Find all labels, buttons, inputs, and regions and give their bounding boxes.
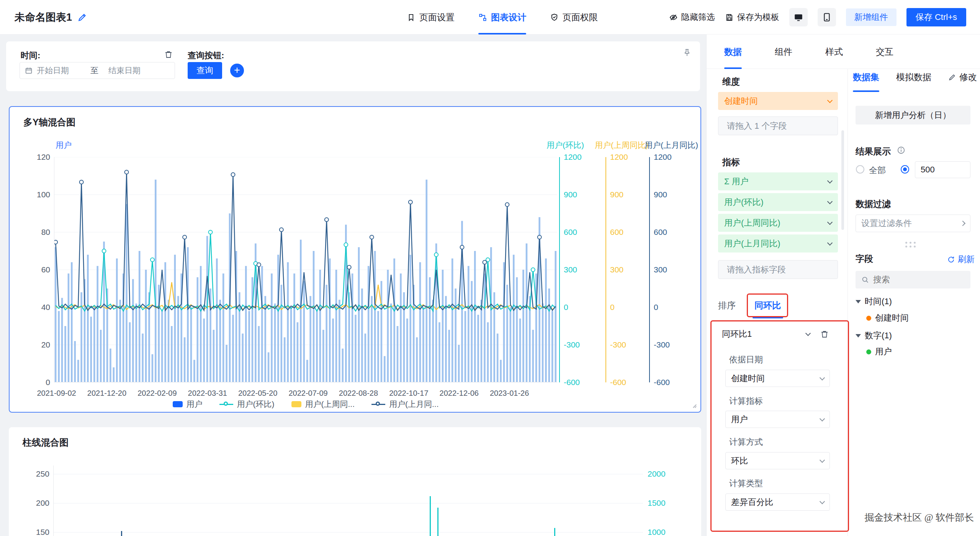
tab-mock-data[interactable]: 模拟数据 bbox=[896, 71, 931, 83]
panel-scrollbar[interactable] bbox=[841, 130, 844, 230]
axis-tick: -600 bbox=[654, 377, 684, 387]
set-filter-condition[interactable]: 设置过滤条件 bbox=[856, 215, 970, 232]
compare-metric-select[interactable]: 用户 bbox=[725, 411, 830, 428]
axis-tick: 300 bbox=[610, 265, 641, 275]
chart-card-bar-line[interactable]: 柱线混合图 250200150200015001000 bbox=[9, 427, 701, 536]
tab-page-permission[interactable]: 页面权限 bbox=[550, 0, 598, 34]
mobile-view-button[interactable] bbox=[818, 8, 836, 26]
field-type-dot bbox=[866, 349, 871, 354]
dimension-pill-create-time[interactable]: 创建时间 bbox=[718, 92, 838, 110]
tab-label: 模拟数据 bbox=[896, 71, 931, 83]
refresh-label: 刷新 bbox=[958, 254, 975, 265]
axis-tick: 80 bbox=[25, 227, 50, 237]
x-axis-label: 2023-01-26 bbox=[490, 389, 529, 398]
legend-item[interactable]: 用户 bbox=[173, 399, 203, 410]
legend-item[interactable]: 用户(上周同... bbox=[291, 399, 355, 410]
subtab-sort[interactable]: 排序 bbox=[718, 300, 736, 311]
pill-label: 用户(上周同比) bbox=[724, 217, 780, 229]
tab-chart-design[interactable]: 图表设计 bbox=[478, 0, 526, 34]
compare-item-header[interactable]: 同环比1 bbox=[722, 326, 810, 343]
chevron-down-icon bbox=[820, 498, 825, 504]
axis-tick: 1200 bbox=[610, 152, 641, 162]
compare-method-select[interactable]: 环比 bbox=[725, 452, 830, 469]
chevron-down-icon bbox=[827, 240, 833, 245]
tab-dataset[interactable]: 数据集 bbox=[853, 71, 879, 83]
axis-tick: 300 bbox=[564, 265, 594, 275]
legend-label: 用户(环比) bbox=[237, 399, 275, 410]
chevron-down-icon bbox=[827, 97, 833, 103]
tab-modify[interactable]: 修改 bbox=[948, 71, 977, 83]
tab-page-settings[interactable]: 页面设置 bbox=[407, 0, 455, 34]
tree-field-users[interactable]: 用户 bbox=[866, 346, 892, 357]
legend-item[interactable]: 用户(环比) bbox=[219, 399, 275, 410]
left-axis-line bbox=[53, 466, 54, 536]
edit-title-icon[interactable] bbox=[77, 12, 87, 22]
metric-pill-users-mom2[interactable]: 用户(上月同比) bbox=[718, 234, 838, 252]
drag-handle-icon[interactable] bbox=[905, 242, 916, 248]
x-axis-label: 2022-02-09 bbox=[137, 389, 177, 398]
tab-component[interactable]: 组件 bbox=[775, 34, 792, 69]
limit-input[interactable] bbox=[915, 161, 970, 178]
right-panel: 数据 组件 样式 交互 维度 创建时间 请拖入 1 个字段 指标 Σ 用户 用户… bbox=[706, 34, 980, 536]
dimension-drop-placeholder[interactable]: 请拖入 1 个字段 bbox=[718, 116, 838, 135]
axis-tick: 600 bbox=[610, 227, 641, 237]
search-input[interactable] bbox=[873, 275, 954, 285]
pin-icon[interactable] bbox=[682, 48, 692, 57]
tree-group-number[interactable]: 数字(1) bbox=[856, 330, 892, 341]
delete-time-filter-icon[interactable] bbox=[164, 50, 173, 59]
tree-field-create-time[interactable]: 创建时间 bbox=[866, 312, 909, 324]
chart2-spike bbox=[430, 496, 431, 536]
pill-label: 创建时间 bbox=[724, 95, 758, 107]
info-icon[interactable] bbox=[897, 146, 905, 154]
hide-filter-button[interactable]: 隐藏筛选 bbox=[669, 11, 715, 23]
axis-tick: -600 bbox=[610, 377, 641, 387]
metric-pill-users[interactable]: Σ 用户 bbox=[718, 172, 838, 190]
compare-date-select[interactable]: 创建时间 bbox=[725, 370, 830, 387]
resize-handle-icon[interactable] bbox=[689, 400, 697, 409]
save-as-template-button[interactable]: 保存为模板 bbox=[725, 11, 779, 23]
radio-all[interactable] bbox=[856, 165, 864, 174]
axis-tick: 1200 bbox=[654, 152, 684, 162]
tab-label: 数据集 bbox=[853, 71, 879, 83]
tab-style[interactable]: 样式 bbox=[825, 34, 843, 69]
tab-interaction[interactable]: 交互 bbox=[876, 34, 893, 69]
chart-canvas[interactable] bbox=[54, 157, 557, 382]
radio-limit[interactable] bbox=[901, 165, 909, 174]
chart-card-multi-y-axis[interactable]: 多Y轴混合图 用户 用户(环比) 用户(上周同比) 用户(上月同比) 用户用户(… bbox=[9, 106, 701, 413]
refresh-fields-button[interactable]: 刷新 bbox=[947, 254, 975, 265]
axis-tick: 20 bbox=[25, 340, 50, 350]
tree-group-label: 数字(1) bbox=[865, 330, 892, 341]
date-start-input[interactable]: 开始日期 bbox=[37, 65, 87, 76]
topbar-actions: 隐藏筛选 保存为模板 新增组件 保存 Ctrl+s bbox=[669, 0, 966, 34]
date-range-input[interactable]: 开始日期 至 结束日期 bbox=[20, 62, 175, 79]
metric-pill-users-mom[interactable]: 用户(环比) bbox=[718, 193, 838, 211]
compare-type-select[interactable]: 差异百分比 bbox=[725, 493, 830, 511]
search-icon bbox=[861, 275, 869, 284]
metrics-drop-placeholder[interactable]: 请拖入指标字段 bbox=[718, 260, 838, 279]
pill-label: 用户(上月同比) bbox=[724, 238, 780, 249]
add-component-button[interactable]: 新增组件 bbox=[846, 8, 897, 26]
save-button[interactable]: 保存 Ctrl+s bbox=[906, 8, 966, 26]
desktop-view-button[interactable] bbox=[789, 8, 808, 26]
panel-tabs: 数据 组件 样式 交互 bbox=[707, 34, 980, 69]
axis-tick: 2000 bbox=[648, 469, 678, 479]
axis-tick: 300 bbox=[654, 265, 684, 275]
axis-tick: 600 bbox=[564, 227, 594, 237]
date-end-input[interactable]: 结束日期 bbox=[108, 65, 141, 76]
subtab-compare[interactable]: 同环比 bbox=[754, 300, 781, 311]
legend-swatch bbox=[219, 401, 233, 407]
chart2-spike bbox=[121, 531, 122, 536]
compare-field-label: 计算指标 bbox=[729, 395, 763, 407]
delete-compare-icon[interactable] bbox=[820, 329, 829, 339]
tree-group-time[interactable]: 时间(1) bbox=[856, 296, 892, 307]
add-filter-button[interactable]: + bbox=[230, 64, 244, 77]
topbar-nav: 页面设置 图表设计 页面权限 bbox=[407, 0, 598, 34]
select-value: 环比 bbox=[731, 455, 748, 467]
compare-field-label: 依据日期 bbox=[729, 354, 763, 366]
legend-item[interactable]: 用户(上月同... bbox=[371, 399, 439, 410]
tab-data[interactable]: 数据 bbox=[724, 34, 742, 69]
dataset-select-button[interactable]: 新增用户分析（日） bbox=[856, 106, 970, 125]
query-button[interactable]: 查询 bbox=[188, 62, 222, 79]
design-icon bbox=[478, 13, 487, 22]
metric-pill-users-wow[interactable]: 用户(上周同比) bbox=[718, 214, 838, 232]
